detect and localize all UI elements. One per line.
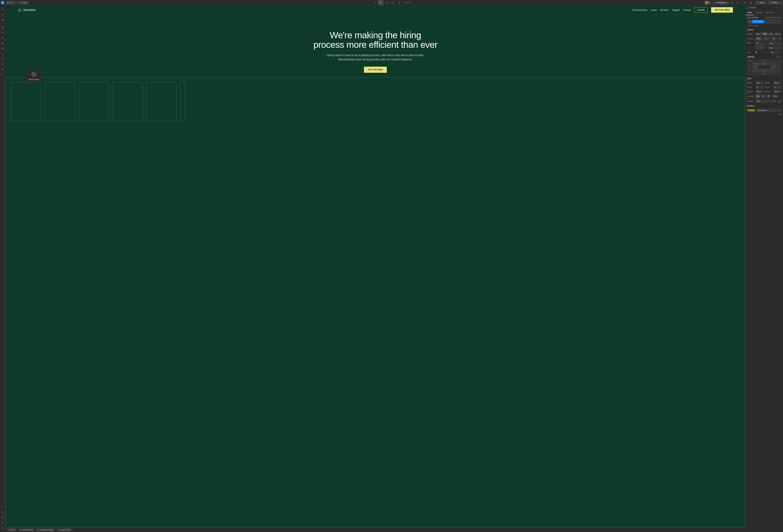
variables-icon[interactable] — [0, 30, 5, 35]
users-icon[interactable] — [0, 57, 5, 62]
language-switcher[interactable]: EN — [5, 1, 17, 4]
checklist-icon[interactable] — [0, 515, 5, 520]
chevron-down-icon[interactable] — [780, 78, 781, 79]
publish-button[interactable]: Publish — [768, 1, 782, 4]
position-section-header[interactable]: Position — [746, 104, 783, 108]
site-logo[interactable]: Sunraise — [18, 8, 36, 12]
breadcrumb-item[interactable]: Hero Section — [18, 528, 35, 532]
canvas[interactable]: Sunraise For Businesses Loans Services S… — [5, 5, 745, 527]
grid-cell[interactable] — [78, 82, 109, 121]
collaborators-badge[interactable]: 2 — [704, 1, 712, 5]
chevron-down-icon[interactable] — [779, 21, 780, 22]
more-dots-icon[interactable] — [372, 0, 377, 5]
direction-wrap[interactable] — [771, 37, 777, 40]
display-grid[interactable]: Grid — [768, 32, 774, 35]
apps-icon[interactable] — [0, 67, 5, 73]
webflow-logo[interactable] — [1, 1, 4, 4]
nav-link[interactable]: Support — [672, 9, 680, 11]
chevron-down-icon[interactable] — [780, 105, 781, 106]
chevron-down-icon[interactable] — [780, 56, 781, 57]
try-free-button[interactable]: TRY FOR FREE — [711, 7, 733, 13]
overflow-scroll[interactable] — [766, 94, 771, 98]
breadcrumb-item[interactable]: Quick Stack — [57, 528, 72, 532]
login-button[interactable]: LOG IN — [694, 7, 708, 12]
hero-cta-button[interactable]: TRY FOR FREE — [364, 67, 387, 73]
share-button[interactable]: Share — [755, 1, 766, 4]
gap-slider[interactable] — [756, 52, 769, 53]
video-tutorial-icon[interactable] — [0, 525, 5, 531]
logic-icon[interactable] — [0, 51, 5, 57]
breakpoint-mobile-portrait[interactable] — [397, 0, 403, 5]
spacing-mode-icon[interactable] — [777, 56, 779, 58]
gap-input[interactable]: 20PX — [770, 51, 778, 54]
tab-interactions[interactable]: Interactions — [764, 10, 777, 15]
nav-link[interactable]: Loans — [651, 9, 657, 11]
viewport-width-display[interactable]: 1291PX — [404, 2, 411, 4]
nav-link[interactable]: Contact — [683, 9, 691, 11]
class-chip[interactable]: Quick Stack — [751, 20, 764, 23]
pages-panel-icon[interactable] — [0, 12, 5, 18]
audit-icon[interactable] — [0, 73, 5, 78]
tab-settings[interactable]: Settings — [754, 10, 764, 15]
align-grid[interactable] — [756, 42, 764, 49]
preview-play-icon[interactable] — [749, 0, 754, 5]
display-block[interactable]: Block — [755, 32, 762, 35]
navigator-icon[interactable] — [0, 18, 5, 23]
ecommerce-icon[interactable] — [0, 62, 5, 67]
layout-section-header[interactable]: Layout — [746, 28, 783, 32]
assets-icon[interactable] — [0, 41, 5, 46]
grid-cell[interactable] — [10, 82, 41, 121]
display-more[interactable] — [781, 32, 781, 35]
max-width-input[interactable]: None– — [756, 90, 764, 93]
breadcrumb-item[interactable]: Body — [7, 528, 17, 532]
align-y-dropdown[interactable]: Top — [768, 46, 781, 49]
settings-gear-icon[interactable] — [0, 504, 5, 509]
breakpoint-tablet[interactable] — [384, 0, 390, 5]
add-elements-icon[interactable] — [0, 7, 5, 12]
comments-icon[interactable] — [743, 0, 747, 5]
breakpoint-desktop-large[interactable] — [378, 0, 384, 5]
class-selector-input[interactable]: Quick Stack — [747, 20, 781, 24]
more-dots-icon[interactable] — [776, 7, 778, 8]
selected-element-outline[interactable]: Photo Cards — [5, 77, 745, 527]
children-sizing-dropdown[interactable]: Fill — [756, 100, 776, 103]
height-input[interactable]: Auto– — [773, 81, 781, 84]
focus-icon[interactable] — [779, 7, 781, 9]
align-x-dropdown[interactable]: Left — [768, 42, 781, 45]
nav-link[interactable]: For Businesses — [632, 9, 647, 11]
tab-styles[interactable]: Styles — [746, 10, 754, 15]
search-icon[interactable] — [0, 520, 5, 525]
lock-icon[interactable] — [780, 52, 781, 53]
min-height-input[interactable]: 0PX — [773, 86, 781, 89]
size-section-header[interactable]: Size — [746, 76, 783, 80]
cms-icon[interactable] — [0, 46, 5, 51]
code-icon[interactable] — [735, 0, 740, 5]
breakpoint-mobile-landscape[interactable] — [390, 0, 396, 5]
display-flex[interactable]: Flex — [762, 32, 768, 35]
grid-cell[interactable] — [112, 82, 143, 121]
max-height-input[interactable]: None– — [773, 90, 781, 93]
mode-switcher[interactable]: Designing — [713, 1, 729, 4]
children-more[interactable] — [778, 99, 781, 103]
grid-cell[interactable] — [146, 82, 177, 121]
style-manager-icon[interactable] — [0, 35, 5, 41]
components-icon[interactable] — [0, 25, 5, 30]
direction-horizontal[interactable] — [755, 37, 761, 40]
page-selector[interactable]: Home — [18, 1, 29, 4]
width-input[interactable]: Auto– — [756, 81, 764, 84]
display-none[interactable]: None — [774, 32, 781, 35]
nav-link[interactable]: Services — [660, 9, 669, 11]
direction-vertical[interactable] — [763, 37, 770, 40]
help-icon[interactable] — [0, 509, 5, 515]
direction-more[interactable] — [779, 37, 781, 40]
grid-cell[interactable] — [180, 82, 186, 121]
quick-stack[interactable] — [5, 77, 745, 121]
overflow-visible[interactable] — [756, 94, 760, 98]
overflow-hidden[interactable] — [761, 94, 765, 98]
position-dropdown[interactable]: Relative — [756, 109, 781, 112]
spacing-section-header[interactable]: Spacing — [746, 55, 783, 59]
status-check-icon[interactable] — [731, 1, 733, 4]
min-width-input[interactable]: 0PX — [756, 86, 764, 89]
grid-cell[interactable] — [44, 82, 75, 121]
inheriting-info[interactable]: Inheriting 5 selectors — [765, 16, 781, 18]
